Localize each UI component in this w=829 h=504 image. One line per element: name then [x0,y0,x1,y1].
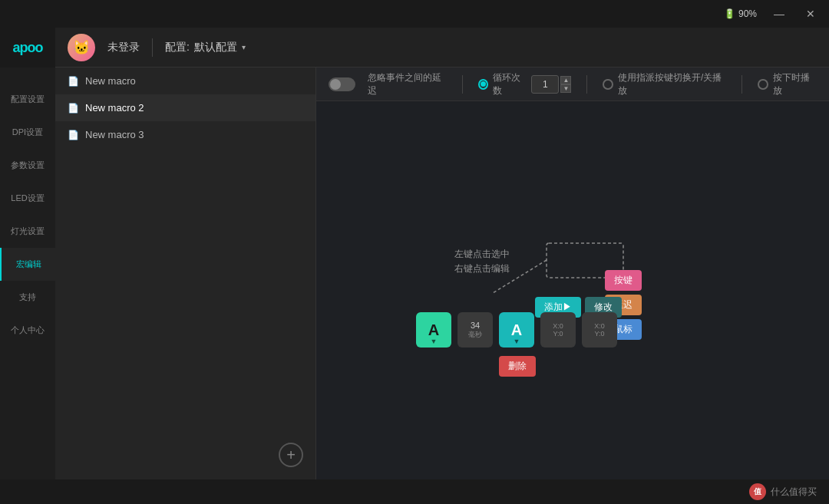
coord1-x: X:0 [553,322,563,330]
macro-canvas[interactable]: 左键点击选中 右键点击编辑 按键 延迟 鼠标 添加▶ 修改 [316,101,829,479]
coord1-y: Y:0 [553,330,563,338]
press-play-radio[interactable] [758,79,768,90]
titlebar: 🔋 90% — ✕ [0,0,829,28]
watermark-icon: 值 [749,483,766,500]
sidebar-item-label: 配置设置 [11,94,45,105]
delete-action-button[interactable]: 删除 [499,356,536,377]
watermark-text: 什么值得买 [771,486,817,499]
document-icon: 📄 [68,76,79,87]
node-key-a-green[interactable]: A ▼ [416,312,451,348]
bottom-bar: 值 什么值得买 [0,479,829,504]
macro-toolbar: 忽略事件之间的延迟 循环次数 1 ▲ ▼ 使用指派按键切换开/关播放 按下时播放 [316,68,829,101]
assign-key-radio-group: 使用指派按键切换开/关播放 [603,71,726,97]
document-icon: 📄 [68,130,79,140]
battery-icon: 🔋 [724,8,735,19]
hint-line2: 右键点击编辑 [454,262,510,276]
sidebar: 配置设置 DPI设置 参数设置 LED设置 灯光设置 宏编辑 支持 个人中心 [0,68,55,479]
coord-node-2[interactable]: X:0 Y:0 [582,312,617,348]
sidebar-item-label: 宏编辑 [16,259,41,270]
logo-text: apoo [13,40,43,56]
ignore-delay-label: 忽略事件之间的延迟 [368,71,448,97]
stepper-down-button[interactable]: ▼ [560,84,571,93]
key-action-button[interactable]: 按键 [605,270,642,291]
sidebar-item-label: LED设置 [11,193,44,204]
minimize-button[interactable]: — [769,6,789,21]
sidebar-item-macro-edit[interactable]: 宏编辑 [0,248,55,281]
sidebar-item-label: DPI设置 [12,127,43,138]
watermark: 值 什么值得买 [749,483,817,500]
header: 🐱 未登录 配置: 默认配置 ▾ [55,28,829,68]
sidebar-item-param-settings[interactable]: 参数设置 [0,149,55,182]
sidebar-item-dpi-settings[interactable]: DPI设置 [0,116,55,149]
press-play-label: 按下时播放 [773,71,817,97]
avatar-emoji: 🐱 [73,39,90,56]
sidebar-item-label: 灯光设置 [11,226,45,237]
header-divider [152,38,153,57]
node-delay[interactable]: 34 毫秒 [457,312,493,348]
key-node-label: A [428,321,439,339]
node-key-a-teal[interactable]: A ▼ [499,312,534,348]
node-area: 左键点击选中 右键点击编辑 按键 延迟 鼠标 添加▶ 修改 [316,101,829,479]
assign-key-radio[interactable] [603,79,613,90]
chevron-down-icon: ▾ [242,43,246,51]
sidebar-item-label: 个人中心 [11,324,45,336]
sidebar-item-label: 支持 [19,292,36,303]
app-logo: apoo [0,28,55,68]
key-node-green[interactable]: A ▼ [416,312,451,348]
press-play-radio-group: 按下时播放 [758,71,817,97]
key-node-teal[interactable]: A ▼ [499,312,534,348]
macro-item-label: New macro 2 [85,102,144,114]
coord2-y: Y:0 [594,330,604,338]
delay-node-box[interactable]: 34 毫秒 [457,312,493,348]
delay-unit: 毫秒 [468,330,482,340]
main-content: 忽略事件之间的延迟 循环次数 1 ▲ ▼ 使用指派按键切换开/关播放 按下时播放 [316,68,829,479]
hint-line1: 左键点击选中 [454,247,510,262]
loop-count-label: 循环次数 [493,71,527,97]
document-icon: 📄 [68,103,79,114]
macro-item-label: New macro 3 [85,129,144,140]
sidebar-item-personal-center[interactable]: 个人中心 [0,314,55,347]
node-arrow-down: ▼ [431,338,438,345]
loop-count-stepper: ▲ ▼ [560,76,571,93]
assign-key-label: 使用指派按键切换开/关播放 [618,71,726,97]
macro-item-2[interactable]: 📄 New macro 2 [55,94,315,121]
stepper-up-button[interactable]: ▲ [560,76,571,84]
macro-item-1[interactable]: 📄 New macro [55,68,315,94]
avatar[interactable]: 🐱 [68,34,95,61]
config-prefix: 配置: [165,41,190,54]
sidebar-item-config-settings[interactable]: 配置设置 [0,83,55,116]
config-name: 默认配置 [194,41,237,54]
delay-value: 34 [471,321,480,330]
node-arrow-down-teal: ▼ [514,338,520,345]
add-macro-button[interactable]: + [279,443,303,467]
node-coord-1[interactable]: X:0 Y:0 [540,312,576,348]
close-button[interactable]: ✕ [801,6,820,21]
config-selector[interactable]: 配置: 默认配置 ▾ [165,41,246,54]
macro-item-label: New macro [85,75,136,87]
battery-percent: 90% [738,8,757,19]
loop-count-input[interactable]: 1 [531,75,559,94]
macro-list-panel: 📄 New macro 📄 New macro 2 📄 New macro 3 … [55,68,316,479]
battery-indicator: 🔋 90% [724,8,757,19]
sidebar-item-light-settings[interactable]: 灯光设置 [0,215,55,248]
macro-item-3[interactable]: 📄 New macro 3 [55,121,315,148]
sidebar-item-led-settings[interactable]: LED设置 [0,182,55,215]
toolbar-separator-3 [741,75,742,94]
sidebar-item-support[interactable]: 支持 [0,281,55,314]
watermark-icon-label: 值 [754,486,761,497]
toolbar-separator-2 [586,75,587,94]
ignore-delay-toggle[interactable] [329,77,355,91]
coord2-x: X:0 [594,322,605,330]
canvas-hint: 左键点击选中 右键点击编辑 [454,247,510,276]
loop-count-radio[interactable] [478,79,488,90]
toolbar-separator [462,75,463,94]
sidebar-item-label: 参数设置 [11,160,45,171]
delete-action-area: 删除 [499,356,536,377]
node-coord-2[interactable]: X:0 Y:0 [582,312,617,348]
coord-node-1[interactable]: X:0 Y:0 [540,312,576,348]
key-node-label-teal: A [511,321,522,339]
loop-count-radio-group: 循环次数 1 ▲ ▼ [478,71,571,97]
user-status: 未登录 [107,41,140,54]
